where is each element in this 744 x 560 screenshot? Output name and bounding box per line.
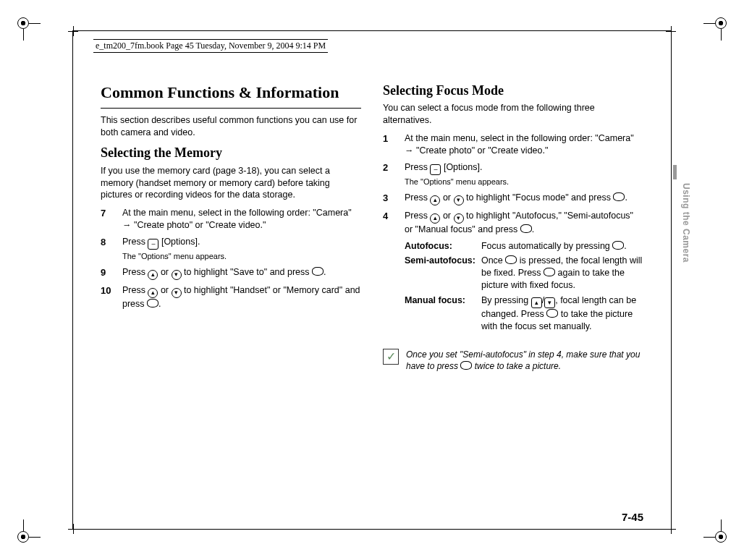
step-text: Press ▴ or ▾ to highlight "Handset" or "… bbox=[122, 284, 361, 310]
subsection-intro: If you use the memory card (page 3-18), … bbox=[101, 165, 361, 202]
nav-down-icon: ▾ bbox=[172, 288, 182, 298]
step-number: 7 bbox=[101, 207, 114, 232]
right-column: Selecting Focus Mode You can select a fo… bbox=[383, 82, 643, 507]
content-area: Common Functions & Information This sect… bbox=[101, 82, 643, 507]
step-2: 2 Press – [Options]. The "Options" menu … bbox=[383, 161, 643, 187]
step-10: 10 Press ▴ or ▾ to highlight "Handset" o… bbox=[101, 284, 361, 310]
center-key-icon bbox=[312, 267, 324, 276]
step-4: 4 Press ▴ or ▾ to highlight "Autofocus,"… bbox=[383, 210, 643, 236]
step-number: 10 bbox=[101, 284, 114, 310]
inner-crop-tr bbox=[665, 25, 677, 37]
step-number: 8 bbox=[101, 236, 114, 262]
side-tab-label: Using the Camera bbox=[681, 183, 691, 263]
subsection-intro: You can select a focus mode from the fol… bbox=[383, 102, 643, 127]
step-number: 2 bbox=[383, 161, 396, 187]
section-intro: This section describes useful common fun… bbox=[101, 114, 361, 139]
checkmark-icon: ✓ bbox=[383, 349, 399, 365]
center-key-icon bbox=[612, 241, 624, 250]
step-text: Press – [Options]. The "Options" menu ap… bbox=[122, 236, 361, 262]
nav-up-icon: ▴ bbox=[148, 288, 158, 298]
crop-mark-br bbox=[706, 522, 735, 551]
def-semiautofocus: Semi-autofocus: Once is pressed, the foc… bbox=[405, 255, 643, 294]
step-number: 3 bbox=[383, 192, 396, 205]
tip-note: ✓ Once you set "Semi-autofocus" in step … bbox=[383, 349, 643, 372]
step-9: 9 Press ▴ or ▾ to highlight "Save to" an… bbox=[101, 266, 361, 280]
crop-mark-bl bbox=[9, 522, 38, 551]
center-key-icon bbox=[147, 299, 158, 307]
header-text: e_tm200_7fm.book Page 45 Tuesday, Novemb… bbox=[93, 41, 328, 51]
step-text: At the main menu, select in the followin… bbox=[122, 207, 361, 232]
def-term: Semi-autofocus: bbox=[405, 255, 481, 294]
inner-crop-tl bbox=[67, 25, 79, 37]
section-title: Common Functions & Information bbox=[101, 82, 361, 103]
nav-up-icon: ▴ bbox=[148, 270, 158, 280]
def-term: Autofocus: bbox=[405, 240, 481, 255]
page-header: e_tm200_7fm.book Page 45 Tuesday, Novemb… bbox=[93, 38, 328, 54]
center-key-icon bbox=[520, 224, 532, 233]
step-7: 7 At the main menu, select in the follow… bbox=[101, 207, 361, 232]
step-note: The "Options" menu appears. bbox=[405, 177, 643, 187]
side-tab-bar bbox=[673, 165, 677, 179]
step-number: 9 bbox=[101, 266, 114, 280]
step-text: At the main menu, select in the followin… bbox=[405, 132, 643, 157]
nav-down-icon: ▾ bbox=[454, 195, 464, 205]
step-8: 8 Press – [Options]. The "Options" menu … bbox=[101, 236, 361, 262]
def-desc: Once is pressed, the focal length will b… bbox=[481, 255, 643, 294]
nav-down-icon: ▾ bbox=[454, 213, 464, 224]
subsection-title: Selecting the Memory bbox=[101, 144, 361, 161]
step-number: 1 bbox=[383, 132, 396, 157]
subsection-title: Selecting Focus Mode bbox=[383, 82, 643, 99]
nav-up-icon: ▴ bbox=[430, 213, 440, 224]
crop-mark-tr bbox=[706, 9, 735, 38]
step-3: 3 Press ▴ or ▾ to highlight "Focus mode"… bbox=[383, 192, 643, 205]
center-key-icon bbox=[546, 309, 558, 318]
inner-crop-br bbox=[665, 523, 677, 535]
step-note: The "Options" menu appears. bbox=[122, 251, 361, 262]
page-frame: e_tm200_7fm.book Page 45 Tuesday, Novemb… bbox=[72, 30, 672, 530]
def-term: Manual focus: bbox=[405, 294, 481, 336]
center-key-icon bbox=[613, 192, 625, 201]
nav-down-icon: ▾ bbox=[172, 270, 182, 280]
focus-definitions: Autofocus: Focus automatically by pressi… bbox=[405, 240, 643, 336]
step-number: 4 bbox=[383, 210, 396, 236]
center-key-icon bbox=[505, 255, 517, 264]
step-1: 1 At the main menu, select in the follow… bbox=[383, 132, 643, 157]
inner-crop-bl bbox=[67, 523, 79, 535]
softkey-icon: – bbox=[430, 164, 441, 175]
def-manualfocus: Manual focus: By pressing ▴/▾, focal len… bbox=[405, 294, 643, 336]
page-number: 7-45 bbox=[622, 511, 643, 523]
step-text: Press ▴ or ▾ to highlight "Focus mode" a… bbox=[405, 192, 643, 205]
step-text: Press ▴ or ▾ to highlight "Autofocus," "… bbox=[405, 210, 643, 236]
center-key-icon bbox=[460, 361, 472, 370]
def-desc: By pressing ▴/▾, focal length can be cha… bbox=[481, 294, 643, 336]
up-key-icon: ▴ bbox=[531, 297, 542, 308]
def-desc: Focus automatically by pressing . bbox=[481, 240, 643, 255]
crop-mark-tl bbox=[9, 9, 38, 38]
def-autofocus: Autofocus: Focus automatically by pressi… bbox=[405, 240, 643, 255]
left-column: Common Functions & Information This sect… bbox=[101, 82, 361, 507]
softkey-icon: – bbox=[148, 239, 158, 250]
center-key-icon bbox=[544, 268, 555, 276]
nav-up-icon: ▴ bbox=[430, 195, 440, 205]
step-text: Press – [Options]. The "Options" menu ap… bbox=[405, 161, 643, 187]
down-key-icon: ▾ bbox=[544, 297, 555, 308]
note-text: Once you set "Semi-autofocus" in step 4,… bbox=[406, 349, 643, 372]
step-text: Press ▴ or ▾ to highlight "Save to" and … bbox=[122, 266, 361, 280]
title-rule bbox=[101, 108, 361, 109]
